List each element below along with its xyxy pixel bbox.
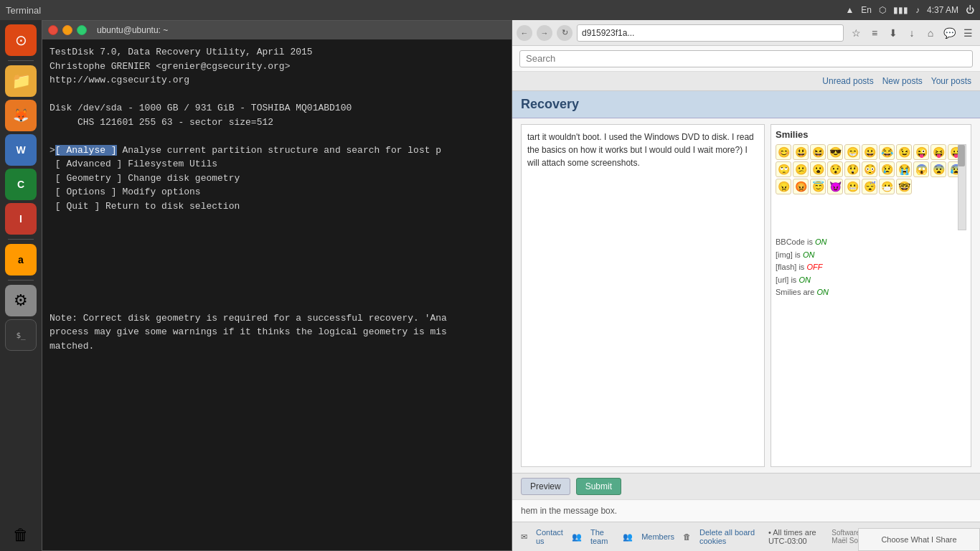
firefox-icon[interactable]: 🦊 [5, 100, 37, 131]
smiley-20[interactable]: 😱 [913, 161, 929, 177]
smiley-30[interactable]: 🤓 [896, 179, 912, 194]
impress-icon[interactable]: I [5, 203, 37, 235]
terminal-body[interactable]: TestDisk 7.0, Data Recovery Utility, Apr… [42, 39, 512, 550]
smiley-18[interactable]: 😢 [879, 161, 895, 177]
browser-navbar: ← → ↻ d915923f1a... ☆ ≡ ⬇ ↓ ⌂ 💬 ☰ [512, 20, 980, 46]
flash-off: OFF [806, 263, 822, 271]
smiley-14[interactable]: 😮 [810, 161, 826, 177]
amazon-icon[interactable]: a [5, 244, 37, 276]
dock-divider [8, 60, 34, 61]
phpbb-header: Unread posts New posts Your posts [512, 72, 980, 91]
terminal-menu-quit: [ Quit ] Return to disk selection [50, 199, 504, 214]
smilies-scrollbar-thumb[interactable] [958, 145, 965, 166]
smiley-15[interactable]: 😯 [827, 161, 843, 177]
calc-icon[interactable]: C [5, 169, 37, 200]
smiley-19[interactable]: 😭 [896, 161, 912, 177]
top-bar: Terminal ▲ En ⬡ ▮▮▮ ♪ 4:37 AM ⏻ [0, 0, 980, 20]
reader-icon[interactable]: ≡ [867, 25, 882, 41]
refresh-button[interactable]: ↻ [557, 25, 573, 41]
minimize-button[interactable] [62, 25, 72, 35]
flash-label: [flash] [776, 263, 796, 271]
delete-icon: 🗑 [683, 532, 691, 541]
bluetooth-icon: ⬡ [879, 5, 886, 15]
smiley-26[interactable]: 😈 [827, 179, 843, 194]
smiley-29[interactable]: 😷 [879, 179, 895, 194]
contact-us-link[interactable]: Contact us [536, 528, 563, 545]
smiley-3[interactable]: 😆 [810, 144, 826, 160]
smilies-on: ON [816, 288, 829, 296]
smiley-28[interactable]: 😴 [862, 179, 877, 194]
terminal-blank9 [50, 297, 504, 311]
terminal-note3: matched. [50, 339, 504, 354]
pocket-icon[interactable]: ⬇ [885, 25, 901, 41]
smilies-scrollbar[interactable] [958, 144, 966, 230]
members-link[interactable]: Members [641, 532, 674, 541]
power-icon[interactable]: ⏻ [966, 5, 974, 15]
smiley-24[interactable]: 😡 [793, 179, 809, 194]
wifi-icon: ▲ [845, 5, 854, 15]
menu-icon[interactable]: ☰ [960, 25, 976, 41]
smiley-23[interactable]: 😠 [776, 179, 791, 194]
smiley-5[interactable]: 😁 [844, 144, 860, 160]
forward-button[interactable]: → [537, 25, 552, 41]
terminal-note2: process may give some warnings if it thi… [50, 325, 504, 339]
smiley-6[interactable]: 😀 [862, 144, 877, 160]
phpbb-main: tart it wouldn't boot. I used the Window… [512, 118, 980, 551]
files-icon[interactable]: 📁 [5, 65, 37, 97]
smiley-21[interactable]: 😨 [930, 161, 946, 177]
new-posts-link[interactable]: New posts [882, 76, 923, 86]
maximize-button[interactable] [77, 25, 87, 35]
smiley-13[interactable]: 😕 [793, 161, 809, 177]
terminal-window-title: ubuntu@ubuntu: ~ [97, 25, 168, 35]
smiley-16[interactable]: 😲 [844, 161, 860, 177]
delete-cookies-link[interactable]: Delete all board cookies [699, 528, 760, 545]
back-button[interactable]: ← [517, 25, 532, 41]
smiley-7[interactable]: 😂 [879, 144, 895, 160]
bookmark-star-icon[interactable]: ☆ [848, 25, 864, 41]
img-status: [img] is ON [776, 249, 966, 262]
terminal-menu-advanced: [ Advanced ] Filesystem Utils [50, 157, 504, 171]
lang-indicator[interactable]: En [861, 5, 872, 15]
smiley-4[interactable]: 😎 [827, 144, 843, 160]
smiley-2[interactable]: 😃 [793, 144, 809, 160]
bbcode-info: BBCode is ON [img] is ON [flash] is [776, 236, 966, 299]
terminal-dock-icon[interactable]: $_ [5, 319, 37, 351]
smiley-27[interactable]: 😬 [844, 179, 860, 194]
smiley-17[interactable]: 😳 [862, 161, 877, 177]
smiley-1[interactable]: 😊 [776, 144, 791, 160]
smiley-8[interactable]: 😉 [896, 144, 912, 160]
img-label: [img] [776, 250, 793, 259]
dock-divider-3 [8, 280, 34, 281]
smiley-9[interactable]: 😜 [913, 144, 929, 160]
submit-button[interactable]: Submit [576, 478, 621, 495]
your-posts-link[interactable]: Your posts [931, 76, 971, 86]
smiley-10[interactable]: 😝 [930, 144, 946, 160]
home-icon[interactable]: ⌂ [923, 25, 938, 41]
browser-search-row [512, 46, 980, 72]
url-bar[interactable]: d915923f1a... [577, 24, 844, 42]
dock: ⊙ 📁 🦊 W C I a ⚙ $_ 🗑 [0, 20, 42, 551]
preview-button[interactable]: Preview [521, 478, 570, 495]
close-button[interactable] [48, 25, 58, 35]
cookie-consent-bar[interactable]: Choose What I Share [858, 528, 980, 551]
terminal-blank7 [50, 269, 504, 283]
terminal-line-1: TestDisk 7.0, Data Recovery Utility, Apr… [50, 45, 504, 60]
the-team-link[interactable]: The team [590, 528, 614, 545]
download-icon[interactable]: ↓ [904, 25, 920, 41]
team-icon: 👥 [572, 532, 582, 542]
smilies-panel: Smilies 😊 😃 😆 😎 😁 😀 😂 😉 [771, 124, 971, 467]
chat-icon[interactable]: 💬 [941, 25, 957, 41]
smilies-status: Smilies are ON [776, 286, 966, 299]
post-text-area: tart it wouldn't boot. I used the Window… [521, 124, 765, 467]
settings-icon[interactable]: ⚙ [5, 285, 37, 316]
smiley-25[interactable]: 😇 [810, 179, 826, 194]
trash-icon[interactable]: 🗑 [5, 519, 37, 551]
writer-icon[interactable]: W [5, 134, 37, 166]
unread-posts-link[interactable]: Unread posts [822, 76, 873, 86]
ubuntu-icon[interactable]: ⊙ [5, 24, 37, 56]
volume-icon: ♪ [915, 5, 920, 15]
timezone-text: • All times are UTC-03:00 [768, 528, 831, 545]
terminal-note1: Note: Correct disk geometry is required … [50, 311, 504, 326]
search-input[interactable] [519, 50, 973, 67]
smiley-12[interactable]: 🙄 [776, 161, 791, 177]
